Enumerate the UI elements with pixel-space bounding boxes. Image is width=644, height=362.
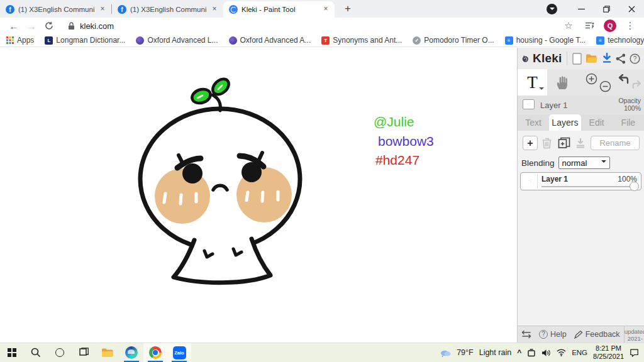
canvas-text-bowbow3[interactable]: bowbow3 [378, 134, 434, 149]
apps-grid-icon [6, 36, 14, 44]
reading-list-panel-icon[interactable] [582, 18, 597, 33]
bookmark-oxford-learners[interactable]: Oxford Advanced L... [136, 36, 218, 45]
bookmark-label: Longman Dictionar... [56, 36, 125, 45]
hand-tool-button[interactable] [555, 75, 569, 92]
forward-icon[interactable]: → [24, 18, 39, 33]
layers-panel: + Rename Blending norm [518, 131, 644, 326]
back-icon[interactable]: ← [6, 18, 21, 33]
bookmark-longman[interactable]: L Longman Dictionar... [45, 36, 125, 45]
language-indicator[interactable]: ENG [572, 349, 587, 356]
divider [567, 52, 567, 65]
zalo-taskbar-button[interactable]: Zalo [167, 343, 191, 362]
maximize-button[interactable] [594, 0, 619, 18]
new-tab-button[interactable]: + [340, 3, 355, 15]
bookmarks-bar: Apps L Longman Dictionar... Oxford Advan… [0, 34, 644, 47]
tab-file[interactable]: File [613, 114, 644, 131]
help-link[interactable]: ? Help [535, 330, 570, 339]
rename-layer-button[interactable]: Rename [591, 136, 640, 150]
task-view-button[interactable] [72, 343, 96, 362]
bookmark-technology[interactable]: ≡ technology - Googl... [596, 36, 644, 45]
profile-avatar[interactable]: Q [604, 19, 616, 32]
duplicate-layer-button[interactable] [558, 137, 570, 149]
weather-temp[interactable]: 79°F [457, 348, 474, 357]
longman-icon: L [45, 36, 53, 45]
display-connect-icon[interactable] [527, 349, 536, 357]
redo-button[interactable] [631, 80, 641, 91]
open-file-button[interactable] [586, 51, 598, 66]
minimize-button[interactable] [569, 0, 594, 18]
cortana-button[interactable] [48, 343, 72, 362]
edge-taskbar-button[interactable] [119, 343, 143, 362]
chrome-taskbar-button[interactable] [143, 343, 167, 362]
start-button[interactable] [0, 343, 24, 362]
opacity-slider-track[interactable] [541, 186, 635, 187]
text-tool-button[interactable]: T [518, 69, 547, 96]
kleki-header: Kleki ? [518, 48, 644, 69]
close-window-button[interactable] [619, 0, 644, 18]
layer-thumbnail: ·: [523, 99, 535, 109]
bookmark-star-icon[interactable]: ☆ [561, 18, 576, 33]
tab-close-icon[interactable]: × [210, 5, 219, 14]
tab-edit[interactable]: Edit [581, 114, 613, 131]
delete-layer-button[interactable] [541, 137, 552, 149]
taskbar-search-button[interactable] [24, 343, 48, 362]
tab-layers[interactable]: Layers [549, 114, 580, 131]
tab-facebook-1[interactable]: f (1) X3English Community | Faceb × [0, 1, 111, 18]
wifi-icon[interactable] [557, 349, 566, 356]
active-layer-bar[interactable]: ·: Layer 1 Opacity 100% [518, 96, 644, 114]
kleki-footer: ? Help Feedback updated 2021-06-16 [518, 326, 644, 343]
active-layer-name: Layer 1 [540, 101, 567, 110]
updated-word: updated [625, 328, 644, 335]
feedback-link[interactable]: Feedback [570, 330, 624, 339]
weather-desc[interactable]: Light rain [479, 348, 511, 357]
action-center-icon[interactable] [630, 348, 639, 357]
bookmark-housing[interactable]: ≡ housing - Google T... [505, 36, 586, 45]
undo-button[interactable] [618, 74, 630, 86]
chevron-down-icon [601, 160, 606, 165]
blending-row: Blending normal [521, 156, 641, 169]
opacity-slider-knob[interactable] [630, 182, 639, 191]
canvas-text-hd247[interactable]: #hd247 [375, 153, 419, 168]
volume-icon[interactable] [541, 349, 551, 357]
tab-close-icon[interactable]: × [98, 5, 107, 14]
chrome-menu-icon[interactable]: ⋮ [623, 18, 638, 33]
tab-facebook-2[interactable]: f (1) X3English Community | Faceb × [112, 1, 223, 18]
layer-list-item[interactable]: ·: Layer 1 100% [520, 172, 641, 190]
add-layer-button[interactable]: + [523, 136, 538, 150]
windows-taskbar: Zalo 79°F Light rain ^ ENG 8:21 PM 8/25/… [0, 343, 644, 362]
zoom-in-button[interactable] [586, 73, 597, 87]
bookmark-apps[interactable]: Apps [6, 36, 34, 45]
bookmark-oxford-advanced[interactable]: Oxford Advanced A... [229, 36, 311, 45]
bookmark-synonyms[interactable]: T Synonyms and Ant... [321, 36, 402, 45]
lock-icon [68, 22, 75, 30]
text-tool-letter: T [527, 73, 538, 92]
new-image-button[interactable] [572, 51, 582, 66]
tab-close-icon[interactable]: × [321, 5, 330, 14]
save-download-button[interactable] [602, 51, 612, 66]
screen: f (1) X3English Community | Faceb × f (1… [0, 0, 644, 362]
tab-kleki-active[interactable]: Kleki - Paint Tool × [223, 1, 335, 18]
taskbar-clock[interactable]: 8:21 PM 8/25/2021 [593, 344, 624, 361]
help-button[interactable]: ? [630, 51, 640, 66]
feedback-label: Feedback [586, 330, 620, 339]
file-explorer-button[interactable] [96, 343, 119, 362]
address-bar[interactable]: kleki.com [59, 18, 558, 33]
swap-colors-button[interactable] [518, 330, 535, 339]
bookmark-pomodoro[interactable]: ✓ Pomodoro Timer O... [413, 36, 494, 45]
question-icon: ? [539, 330, 548, 339]
zoom-out-button[interactable] [599, 80, 611, 94]
hidden-icons-chevron[interactable]: ^ [517, 348, 521, 357]
task-view-icon [79, 348, 89, 358]
share-button[interactable] [616, 51, 626, 66]
drawing-character[interactable] [126, 74, 333, 289]
media-control-button[interactable] [547, 4, 557, 14]
reload-icon[interactable] [42, 18, 57, 33]
kleki-logo-icon [521, 52, 529, 65]
edge-icon [125, 346, 138, 359]
canvas-text-julie[interactable]: @Julie [374, 114, 414, 129]
doc-icon: ≡ [505, 36, 513, 45]
merge-down-button[interactable] [575, 137, 586, 149]
tab-text[interactable]: Text [518, 114, 549, 131]
blending-select[interactable]: normal [558, 156, 610, 169]
pomodoro-icon: ✓ [413, 36, 421, 45]
